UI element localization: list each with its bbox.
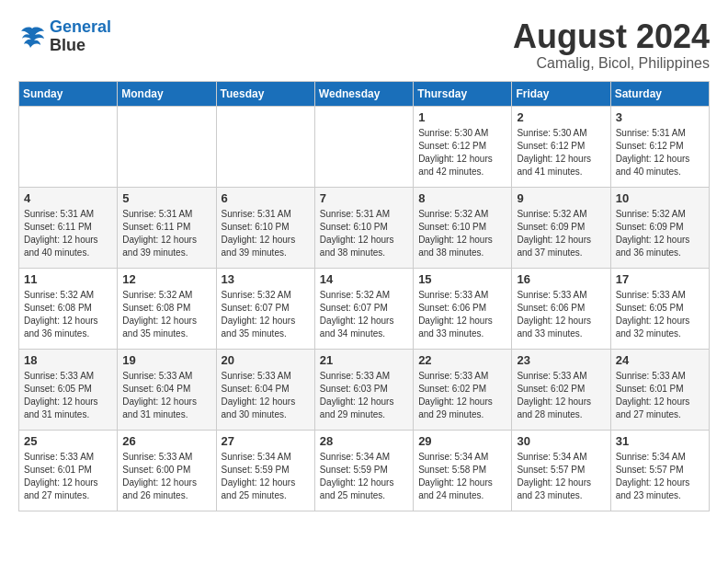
title-block: August 2024 Camalig, Bicol, Philippines [513, 18, 710, 72]
day-cell: 20Sunrise: 5:33 AMSunset: 6:04 PMDayligh… [216, 349, 314, 430]
day-number: 19 [122, 353, 210, 367]
logo-line1: General [50, 17, 111, 36]
header-friday: Friday [512, 81, 610, 106]
day-info: Sunrise: 5:32 AMSunset: 6:08 PMDaylight:… [24, 289, 112, 340]
day-number: 9 [517, 191, 605, 205]
day-number: 24 [616, 353, 704, 367]
header-row: Sunday Monday Tuesday Wednesday Thursday… [19, 81, 710, 106]
day-info: Sunrise: 5:34 AMSunset: 5:58 PMDaylight:… [418, 451, 506, 502]
day-info: Sunrise: 5:34 AMSunset: 5:59 PMDaylight:… [320, 451, 408, 502]
day-number: 4 [24, 191, 112, 205]
day-info: Sunrise: 5:33 AMSunset: 6:01 PMDaylight:… [616, 370, 704, 421]
day-number: 16 [517, 272, 605, 286]
day-number: 28 [320, 434, 408, 448]
day-cell: 13Sunrise: 5:32 AMSunset: 6:07 PMDayligh… [216, 268, 314, 349]
header-sunday: Sunday [19, 81, 118, 106]
day-cell [314, 106, 413, 187]
day-info: Sunrise: 5:33 AMSunset: 6:06 PMDaylight:… [418, 289, 506, 340]
day-cell: 12Sunrise: 5:32 AMSunset: 6:08 PMDayligh… [118, 268, 216, 349]
day-info: Sunrise: 5:33 AMSunset: 6:02 PMDaylight:… [418, 370, 506, 421]
day-number: 5 [122, 191, 210, 205]
day-cell: 16Sunrise: 5:33 AMSunset: 6:06 PMDayligh… [512, 268, 610, 349]
day-info: Sunrise: 5:32 AMSunset: 6:09 PMDaylight:… [517, 208, 605, 259]
day-number: 8 [418, 191, 506, 205]
calendar-table: Sunday Monday Tuesday Wednesday Thursday… [18, 81, 710, 511]
week-row-2: 4Sunrise: 5:31 AMSunset: 6:11 PMDaylight… [19, 187, 710, 268]
day-info: Sunrise: 5:31 AMSunset: 6:11 PMDaylight:… [122, 208, 210, 259]
day-cell: 8Sunrise: 5:32 AMSunset: 6:10 PMDaylight… [414, 187, 512, 268]
day-number: 7 [320, 191, 408, 205]
day-number: 3 [616, 110, 704, 124]
day-cell: 9Sunrise: 5:32 AMSunset: 6:09 PMDaylight… [512, 187, 610, 268]
week-row-1: 1Sunrise: 5:30 AMSunset: 6:12 PMDaylight… [19, 106, 710, 187]
day-number: 20 [222, 353, 310, 367]
day-cell: 31Sunrise: 5:34 AMSunset: 5:57 PMDayligh… [610, 430, 709, 511]
day-cell: 5Sunrise: 5:31 AMSunset: 6:11 PMDaylight… [118, 187, 216, 268]
day-info: Sunrise: 5:31 AMSunset: 6:11 PMDaylight:… [24, 208, 112, 259]
day-cell: 15Sunrise: 5:33 AMSunset: 6:06 PMDayligh… [414, 268, 512, 349]
day-number: 12 [122, 272, 210, 286]
day-number: 13 [222, 272, 310, 286]
day-cell: 22Sunrise: 5:33 AMSunset: 6:02 PMDayligh… [414, 349, 512, 430]
day-cell: 4Sunrise: 5:31 AMSunset: 6:11 PMDaylight… [19, 187, 118, 268]
day-number: 26 [122, 434, 210, 448]
day-cell: 11Sunrise: 5:32 AMSunset: 6:08 PMDayligh… [19, 268, 118, 349]
day-number: 29 [418, 434, 506, 448]
day-number: 14 [320, 272, 408, 286]
day-info: Sunrise: 5:30 AMSunset: 6:12 PMDaylight:… [418, 127, 506, 178]
day-cell: 14Sunrise: 5:32 AMSunset: 6:07 PMDayligh… [314, 268, 413, 349]
day-info: Sunrise: 5:32 AMSunset: 6:07 PMDaylight:… [222, 289, 310, 340]
day-info: Sunrise: 5:32 AMSunset: 6:09 PMDaylight:… [616, 208, 704, 259]
day-number: 15 [418, 272, 506, 286]
logo-line2: Blue [50, 37, 111, 55]
calendar-subtitle: Camalig, Bicol, Philippines [513, 55, 710, 72]
day-cell: 26Sunrise: 5:33 AMSunset: 6:00 PMDayligh… [118, 430, 216, 511]
day-cell: 7Sunrise: 5:31 AMSunset: 6:10 PMDaylight… [314, 187, 413, 268]
day-cell: 23Sunrise: 5:33 AMSunset: 6:02 PMDayligh… [512, 349, 610, 430]
day-number: 10 [616, 191, 704, 205]
header-thursday: Thursday [414, 81, 512, 106]
day-cell: 2Sunrise: 5:30 AMSunset: 6:12 PMDaylight… [512, 106, 610, 187]
day-number: 23 [517, 353, 605, 367]
day-info: Sunrise: 5:33 AMSunset: 6:00 PMDaylight:… [122, 451, 210, 502]
day-info: Sunrise: 5:33 AMSunset: 6:06 PMDaylight:… [517, 289, 605, 340]
day-cell: 17Sunrise: 5:33 AMSunset: 6:05 PMDayligh… [610, 268, 709, 349]
day-number: 25 [24, 434, 112, 448]
day-cell: 21Sunrise: 5:33 AMSunset: 6:03 PMDayligh… [314, 349, 413, 430]
day-cell: 28Sunrise: 5:34 AMSunset: 5:59 PMDayligh… [314, 430, 413, 511]
day-number: 27 [222, 434, 310, 448]
day-info: Sunrise: 5:34 AMSunset: 5:59 PMDaylight:… [222, 451, 310, 502]
day-number: 21 [320, 353, 408, 367]
day-info: Sunrise: 5:32 AMSunset: 6:10 PMDaylight:… [418, 208, 506, 259]
day-cell: 30Sunrise: 5:34 AMSunset: 5:57 PMDayligh… [512, 430, 610, 511]
day-info: Sunrise: 5:34 AMSunset: 5:57 PMDaylight:… [616, 451, 704, 502]
day-info: Sunrise: 5:30 AMSunset: 6:12 PMDaylight:… [517, 127, 605, 178]
day-info: Sunrise: 5:33 AMSunset: 6:04 PMDaylight:… [222, 370, 310, 421]
day-info: Sunrise: 5:34 AMSunset: 5:57 PMDaylight:… [517, 451, 605, 502]
day-info: Sunrise: 5:31 AMSunset: 6:12 PMDaylight:… [616, 127, 704, 178]
logo: General Blue [18, 18, 111, 55]
day-info: Sunrise: 5:33 AMSunset: 6:05 PMDaylight:… [24, 370, 112, 421]
header-tuesday: Tuesday [216, 81, 314, 106]
day-cell [19, 106, 118, 187]
day-info: Sunrise: 5:33 AMSunset: 6:05 PMDaylight:… [616, 289, 704, 340]
day-info: Sunrise: 5:31 AMSunset: 6:10 PMDaylight:… [222, 208, 310, 259]
day-number: 30 [517, 434, 605, 448]
day-cell: 18Sunrise: 5:33 AMSunset: 6:05 PMDayligh… [19, 349, 118, 430]
logo-text: General Blue [50, 18, 111, 55]
day-number: 31 [616, 434, 704, 448]
day-cell: 1Sunrise: 5:30 AMSunset: 6:12 PMDaylight… [414, 106, 512, 187]
header-wednesday: Wednesday [314, 81, 413, 106]
header-saturday: Saturday [610, 81, 709, 106]
logo-icon [18, 24, 46, 50]
day-number: 1 [418, 110, 506, 124]
day-number: 18 [24, 353, 112, 367]
day-number: 11 [24, 272, 112, 286]
day-number: 22 [418, 353, 506, 367]
day-number: 2 [517, 110, 605, 124]
day-cell [216, 106, 314, 187]
day-info: Sunrise: 5:33 AMSunset: 6:03 PMDaylight:… [320, 370, 408, 421]
header-monday: Monday [118, 81, 216, 106]
calendar-title: August 2024 [513, 18, 710, 55]
day-info: Sunrise: 5:32 AMSunset: 6:07 PMDaylight:… [320, 289, 408, 340]
